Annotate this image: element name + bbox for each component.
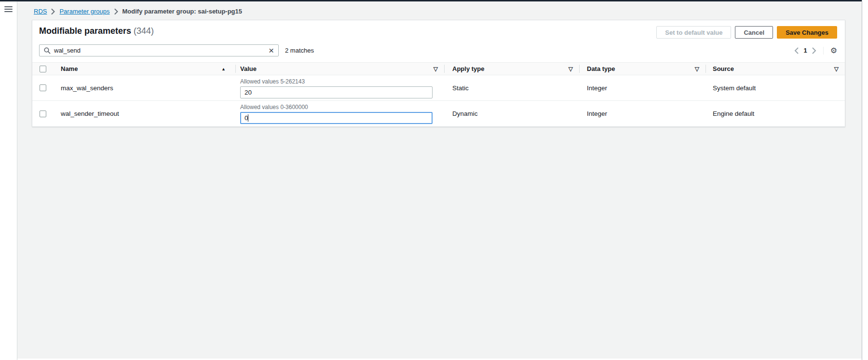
close-icon[interactable]: × (268, 46, 274, 55)
row-select-cell (32, 101, 54, 126)
column-header-data-type-label: Data type (587, 65, 615, 72)
match-count: 2 matches (285, 47, 314, 54)
save-changes-button[interactable]: Save Changes (777, 26, 837, 39)
main-content: RDS Parameter groups Modify parameter gr… (17, 1, 862, 360)
value-input-wal-sender-timeout[interactable] (240, 112, 433, 124)
pagination: 1 (794, 47, 823, 54)
column-header-source-label: Source (713, 65, 734, 72)
column-header-data-type[interactable]: Data type ▽ (579, 63, 705, 75)
gear-icon[interactable]: ⚙ (823, 47, 837, 55)
menu-icon-bar (4, 11, 13, 12)
table-row-max-wal-senders: max_wal_senders Allowed values 5-262143 … (32, 75, 845, 101)
data-type-value: Integer (579, 75, 705, 100)
parameter-value-cell: Allowed values 0-3600000 (235, 101, 444, 126)
parameter-value-cell: Allowed values 5-262143 (235, 75, 444, 100)
filter-icon[interactable]: ▽ (569, 66, 573, 72)
current-page-number[interactable]: 1 (803, 47, 807, 54)
column-header-value-label: Value (240, 65, 257, 72)
breadcrumb-link-parameter-groups[interactable]: Parameter groups (59, 8, 109, 15)
column-header-apply-type[interactable]: Apply type ▽ (444, 63, 579, 75)
parameters-table: Name ▲ Value ▽ Apply type ▽ Data type ▽ … (32, 62, 845, 126)
apply-type-value: Static (444, 75, 579, 100)
table-toolbar: × 2 matches 1 ⚙ (39, 44, 837, 56)
row-select-cell (32, 75, 54, 100)
search-icon (44, 47, 51, 54)
breadcrumb-link-rds[interactable]: RDS (34, 8, 47, 15)
value-input-max-wal-senders[interactable] (240, 86, 433, 98)
filter-icon[interactable]: ▽ (695, 66, 699, 72)
allowed-values-hint: Allowed values 0-3600000 (240, 104, 444, 111)
filter-icon[interactable]: ▽ (434, 66, 438, 72)
column-header-name[interactable]: Name ▲ (54, 63, 235, 75)
parameter-search-box[interactable]: × (39, 44, 279, 56)
sort-ascending-icon[interactable]: ▲ (221, 67, 226, 71)
select-all-cell (32, 63, 54, 75)
menu-icon-bar (4, 6, 13, 7)
select-all-checkbox[interactable] (40, 66, 46, 72)
breadcrumb: RDS Parameter groups Modify parameter gr… (17, 1, 862, 15)
source-value: System default (705, 75, 845, 100)
page-title-count: (344) (134, 26, 154, 36)
table-header-row: Name ▲ Value ▽ Apply type ▽ Data type ▽ … (32, 62, 845, 75)
data-type-value: Integer (579, 101, 705, 126)
parameter-name: max_wal_senders (54, 75, 235, 100)
allowed-values-hint: Allowed values 5-262143 (240, 78, 444, 85)
source-value: Engine default (705, 101, 845, 126)
cancel-button[interactable]: Cancel (735, 26, 773, 39)
value-input-wrap (240, 112, 433, 124)
previous-page-icon[interactable] (794, 47, 799, 54)
menu-icon[interactable] (4, 6, 13, 12)
row-checkbox[interactable] (40, 111, 46, 117)
value-input-wrap (240, 86, 433, 98)
search-input[interactable] (54, 47, 268, 54)
chevron-right-icon (51, 9, 55, 14)
column-header-source[interactable]: Source ▽ (705, 63, 845, 75)
filter-icon[interactable]: ▽ (834, 66, 839, 72)
toolbar-right: 1 ⚙ (794, 47, 837, 55)
modifiable-parameters-panel: Modifiable parameters (344) Set to defau… (32, 20, 845, 127)
page-title-text: Modifiable parameters (39, 26, 131, 36)
apply-type-value: Dynamic (444, 101, 579, 126)
chevron-right-icon (114, 9, 118, 14)
top-window-bar (0, 0, 862, 1)
column-header-name-label: Name (61, 65, 78, 72)
vertical-scrollbar[interactable] (862, 0, 868, 360)
table-row-wal-sender-timeout: wal_sender_timeout Allowed values 0-3600… (32, 101, 845, 126)
panel-header: Modifiable parameters (344) Set to defau… (32, 20, 845, 39)
menu-icon-bar (4, 9, 13, 10)
parameter-name: wal_sender_timeout (54, 101, 235, 126)
set-to-default-button[interactable]: Set to default value (656, 26, 731, 39)
next-page-icon[interactable] (812, 47, 816, 54)
breadcrumb-current-page: Modify parameter group: sai-setup-pg15 (122, 8, 242, 15)
row-checkbox[interactable] (40, 84, 46, 91)
column-header-apply-type-label: Apply type (452, 65, 484, 72)
page-title: Modifiable parameters (344) (39, 26, 154, 36)
column-header-value[interactable]: Value ▽ (235, 63, 444, 75)
collapsed-side-navigation (0, 1, 17, 360)
header-actions: Set to default value Cancel Save Changes (656, 26, 837, 39)
